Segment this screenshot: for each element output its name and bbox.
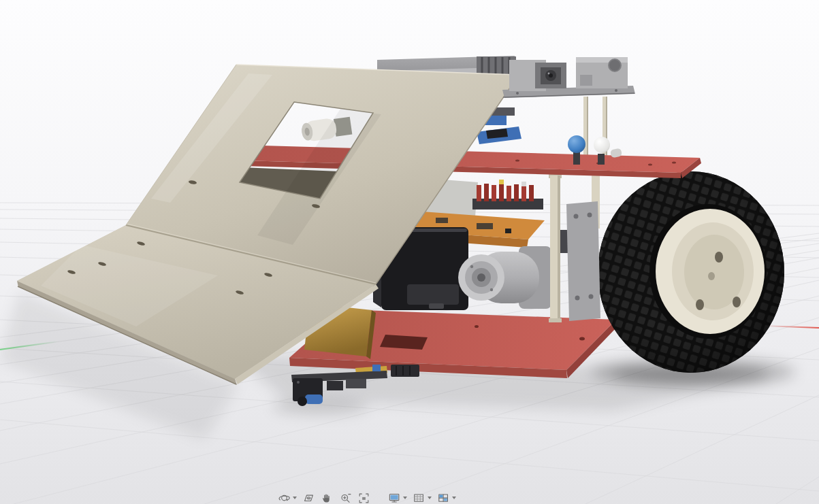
dropdown-caret [428,497,432,499]
orbit-button[interactable] [276,490,298,504]
pan-button[interactable] [319,490,335,504]
gearmotor[interactable] [458,246,551,309]
blue-pcb[interactable] [477,127,521,144]
dropdown-caret [452,497,456,499]
dropdown-caret [403,497,407,499]
front-blue-module [305,394,323,404]
navigation-toolbar [276,490,457,504]
white-sphere [594,137,610,153]
grid-and-snaps-button[interactable] [411,490,433,504]
display-settings-button[interactable] [387,490,408,504]
display-settings-icon [388,492,401,504]
front-caster [298,397,307,406]
fit-icon [357,492,370,504]
camera-module[interactable] [502,57,635,98]
motor-bracket[interactable] [566,201,600,321]
ground-axis-x-red [764,326,819,328]
standoff-long[interactable] [549,174,562,322]
zoom-button[interactable] [338,490,353,504]
grid-and-snaps-icon [413,492,425,504]
orbit-icon [278,492,291,504]
viewports-icon [437,492,450,504]
viewport-canvas[interactable] [0,0,819,504]
look-at-icon [302,492,315,504]
pin-headers[interactable] [472,180,543,209]
viewports-button[interactable] [436,490,457,504]
right-wheel[interactable] [598,171,784,373]
zoom-icon [339,492,352,504]
dropdown-caret [293,497,297,499]
blue-sphere [568,135,585,153]
look-at-button[interactable] [301,490,317,504]
pan-icon [321,492,334,504]
fit-button[interactable] [356,490,372,504]
